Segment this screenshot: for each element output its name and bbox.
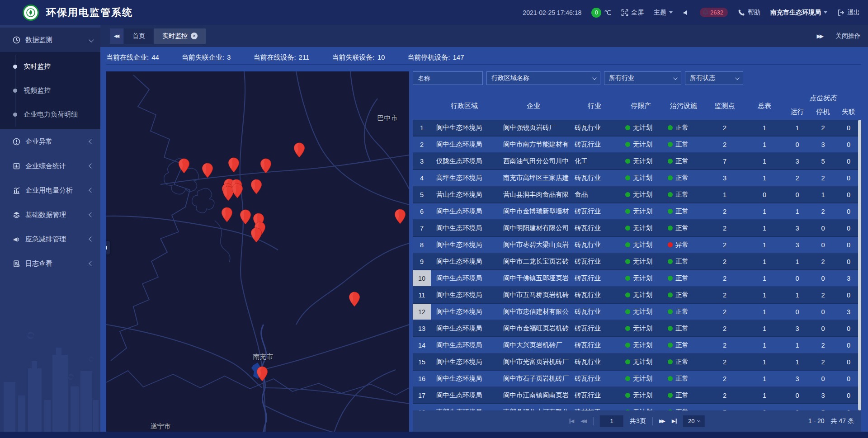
map-marker-pin-icon[interactable]	[260, 158, 272, 174]
cell-lost: 0	[836, 137, 861, 152]
table-row[interactable]: 8阆中生态环境局阆中市枣碧大梁山页岩砖瓦行业无计划异常21300	[413, 237, 861, 254]
fullscreen-button[interactable]: 全屏	[621, 9, 644, 17]
filter-select-2[interactable]: 所有行业	[604, 71, 681, 85]
table-row[interactable]: 4高坪生态环境局南充市高坪区王家店建砖瓦行业无计划正常31220	[413, 170, 861, 187]
col-facility: 治污设施	[662, 92, 705, 120]
cell-facility-status: 正常	[662, 387, 705, 403]
stats-bar: 当前在线企业:44当前失联企业:3当前在线设备:211当前失联设备:10当前停机…	[106, 51, 861, 65]
cell-stop: 2	[810, 203, 836, 219]
sidebar-subitem[interactable]: 视频监控	[0, 79, 100, 103]
table-rows: 1阆中生态环境局阆中强锐页岩砖厂砖瓦行业无计划正常211202阆中生态环境局阆中…	[413, 120, 861, 410]
map-marker-pin-icon[interactable]	[256, 366, 268, 381]
row-index: 6	[413, 203, 431, 219]
table-row[interactable]: 15阆中生态环境局阆中市光富页岩机砖厂砖瓦行业无计划正常21120	[413, 354, 861, 371]
table-scrollbar[interactable]	[858, 120, 861, 410]
map-panel[interactable]: 巴中市南充市遂宁市	[106, 71, 409, 432]
sidebar-item[interactable]: 数据监测	[0, 28, 100, 52]
notification-badge[interactable]: 2632	[700, 8, 728, 17]
sidebar-item[interactable]: 日志查看	[0, 251, 100, 276]
map-marker-pin-icon[interactable]	[250, 227, 262, 243]
map-marker-pin-icon[interactable]	[394, 209, 406, 224]
status-dot-red	[668, 242, 673, 247]
cell-industry: 砖瓦行业	[569, 371, 620, 386]
chevron-down-icon	[673, 75, 678, 80]
table-row[interactable]: 11阆中生态环境局阆中市五马桥页岩机砖砖瓦行业无计划正常21120	[413, 287, 861, 304]
help-button[interactable]: 帮助	[738, 9, 760, 17]
table-row[interactable]: 5营山生态环境局营山县润丰肉食品有限食品无计划正常10010	[413, 187, 861, 203]
sidebar-item[interactable]: 应急减排管理	[0, 227, 100, 251]
app-title: 环保用电监管系统	[46, 6, 133, 19]
next-page-button[interactable]: ▶▶	[659, 419, 665, 424]
stat-value: 10	[377, 53, 385, 62]
table-row[interactable]: 7阆中生态环境局阆中明阳建材有限公司砖瓦行业无计划正常21300	[413, 220, 861, 237]
sidebar-item[interactable]: 企业异常	[0, 129, 100, 154]
cell-total: 1	[745, 320, 784, 336]
table-row[interactable]: 6阆中生态环境局阆中市金博瑞新型墙材砖瓦行业无计划正常21120	[413, 203, 861, 220]
mute-button[interactable]	[683, 9, 690, 16]
table-row[interactable]: 13阆中生态环境局阆中市金福旺页岩机砖砖瓦行业无计划正常21300	[413, 320, 861, 337]
cell-district: 阆中生态环境局	[431, 320, 498, 336]
map-marker-pin-icon[interactable]	[178, 158, 190, 174]
cell-company: 阆中市枣碧大梁山页岩	[498, 237, 569, 253]
stat-item: 当前停机设备:147	[407, 53, 464, 62]
row-index: 9	[413, 254, 431, 269]
tab-close-icon[interactable]: ×	[191, 33, 198, 39]
sidebar-item[interactable]: 基础数据管理	[0, 203, 100, 227]
table-row[interactable]: 18南部生态环境局南部县砚化小河有限公建材加工无计划正常50050	[413, 404, 861, 410]
map-marker-pin-icon[interactable]	[228, 157, 240, 173]
tab-实时监控[interactable]: 实时监控×	[154, 28, 206, 44]
table-row[interactable]: 3仪陇生态环境局西南油气田分公司川中化工无计划正常71350	[413, 153, 861, 170]
sidebar-subitem[interactable]: 实时监控	[0, 55, 100, 79]
tab-首页[interactable]: 首页	[124, 28, 153, 44]
tabs-scroll-left-button[interactable]: ◀◀	[110, 28, 123, 44]
sidebar-item[interactable]: 企业综合统计	[0, 154, 100, 178]
org-dropdown[interactable]: 南充市生态环境局	[770, 9, 827, 17]
cell-facility-status: 正常	[662, 371, 705, 386]
filter-select-3[interactable]: 所有状态	[685, 71, 743, 85]
scrollbar-thumb[interactable]	[858, 120, 861, 410]
cell-industry: 砖瓦行业	[569, 304, 620, 320]
map-marker-pin-icon[interactable]	[231, 183, 243, 198]
page-number-input[interactable]: 1	[600, 415, 623, 427]
name-search-input[interactable]	[413, 71, 483, 85]
prev-page-button[interactable]: ◀◀	[580, 419, 587, 424]
close-operations-dropdown[interactable]: 关闭操作	[835, 32, 861, 40]
status-dot-green	[625, 276, 630, 281]
cell-company: 阆中大兴页岩机砖厂	[498, 337, 569, 353]
cell-monitor: 2	[705, 270, 745, 286]
logout-button[interactable]: 退出	[837, 9, 860, 17]
first-page-button[interactable]: ◀	[570, 418, 574, 424]
map-marker-pin-icon[interactable]	[202, 163, 213, 178]
map-marker-pin-icon[interactable]	[293, 142, 305, 158]
last-page-button[interactable]: ▶	[672, 418, 676, 424]
theme-dropdown[interactable]: 主题	[654, 9, 673, 17]
table-row[interactable]: 9阆中生态环境局阆中市二龙长宝页岩砖砖瓦行业无计划正常21120	[413, 254, 861, 270]
table-row[interactable]: 16阆中生态环境局阆中市石子页岩机砖厂砖瓦行业无计划正常21300	[413, 371, 861, 387]
table-row[interactable]: 14阆中生态环境局阆中大兴页岩机砖厂砖瓦行业无计划正常21120	[413, 337, 861, 354]
sidebar-item[interactable]: 企业用电量分析	[0, 178, 100, 203]
map-marker-pin-icon[interactable]	[221, 207, 233, 222]
double-right-arrow-icon[interactable]: ▶▶	[817, 33, 824, 39]
chevron-down-icon	[697, 419, 700, 422]
table-row[interactable]: 2阆中生态环境局阆中市南方节能建材有砖瓦行业无计划正常21030	[413, 137, 861, 153]
table-row[interactable]: 1阆中生态环境局阆中强锐页岩砖厂砖瓦行业无计划正常21120	[413, 120, 861, 137]
map-marker-pin-icon[interactable]	[349, 292, 360, 307]
cell-district: 阆中生态环境局	[431, 371, 498, 386]
map-marker-pin-icon[interactable]	[240, 209, 251, 225]
table-row[interactable]: 10阆中生态环境局阆中千佛镇五郎垭页岩砖瓦行业无计划正常21003	[413, 270, 861, 287]
sidebar-subitem[interactable]: 企业电力负荷明细	[0, 103, 100, 127]
table-row[interactable]: 17阆中生态环境局阆中市江南镇阆南页岩砖瓦行业无计划正常21030	[413, 387, 861, 404]
map-marker-pin-icon[interactable]	[250, 179, 262, 194]
cell-limit-status: 无计划	[620, 220, 662, 236]
cell-facility-status: 正常	[662, 320, 705, 336]
filter-select-1[interactable]: 行政区域名称	[486, 71, 600, 85]
cell-monitor: 2	[705, 254, 745, 269]
limit-text: 无计划	[633, 123, 653, 132]
status-dot-green	[668, 343, 673, 348]
map-collapse-toggle[interactable]	[106, 241, 110, 254]
status-dot-green	[668, 125, 673, 130]
table-row[interactable]: 12阆中生态环境局阆中市忠信建材有限公砖瓦行业无计划正常21003	[413, 304, 861, 320]
cell-facility-status: 正常	[662, 337, 705, 353]
page-size-select[interactable]: 20	[683, 415, 704, 427]
limit-text: 无计划	[633, 358, 653, 366]
